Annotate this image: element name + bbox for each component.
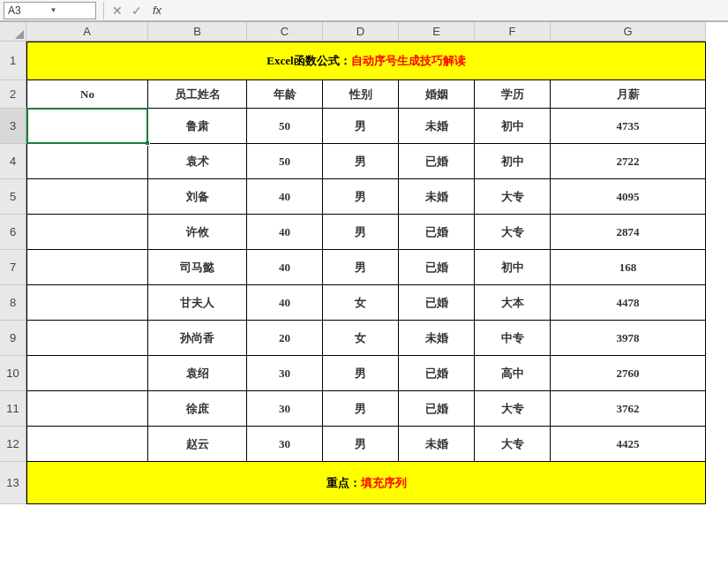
- cell-G9[interactable]: 3978: [551, 321, 706, 356]
- row-header-6[interactable]: 6: [0, 215, 26, 250]
- cell-D9[interactable]: 女: [323, 321, 399, 356]
- column-header-G[interactable]: G: [551, 22, 706, 42]
- column-header-B[interactable]: B: [148, 22, 247, 42]
- row-header-12[interactable]: 12: [0, 427, 26, 462]
- cell-E7[interactable]: 已婚: [399, 250, 475, 285]
- spreadsheet-grid[interactable]: ABCDEFG1Excel函数公式：自动序号生成技巧解读2No员工姓名年龄性别婚…: [0, 21, 728, 504]
- cell-F7[interactable]: 初中: [475, 250, 551, 285]
- cell-F5[interactable]: 大专: [475, 179, 551, 215]
- cell-D12[interactable]: 男: [323, 427, 399, 462]
- cell-D8[interactable]: 女: [323, 285, 399, 321]
- cell-A11[interactable]: [26, 391, 148, 427]
- cell-B7[interactable]: 司马懿: [148, 250, 247, 285]
- row-header-5[interactable]: 5: [0, 179, 26, 215]
- cell-F11[interactable]: 大专: [475, 391, 551, 427]
- cell-A5[interactable]: [26, 179, 148, 215]
- cell-E4[interactable]: 已婚: [399, 144, 475, 179]
- cell-C9[interactable]: 20: [247, 321, 323, 356]
- cell-F9[interactable]: 中专: [475, 321, 551, 356]
- formula-input[interactable]: [171, 2, 726, 19]
- cell-F10[interactable]: 高中: [475, 356, 551, 391]
- cell-C5[interactable]: 40: [247, 179, 323, 215]
- cell-D7[interactable]: 男: [323, 250, 399, 285]
- cell-C10[interactable]: 30: [247, 356, 323, 391]
- row-header-13[interactable]: 13: [0, 462, 26, 504]
- cell-E5[interactable]: 未婚: [399, 179, 475, 215]
- row-header-2[interactable]: 2: [0, 80, 26, 109]
- cell-F3[interactable]: 初中: [475, 109, 551, 144]
- cell-C8[interactable]: 40: [247, 285, 323, 321]
- cell-F8[interactable]: 大本: [475, 285, 551, 321]
- cell-A12[interactable]: [26, 427, 148, 462]
- cell-G4[interactable]: 2722: [551, 144, 706, 179]
- cell-G10[interactable]: 2760: [551, 356, 706, 391]
- cell-G12[interactable]: 4425: [551, 427, 706, 462]
- cell-D5[interactable]: 男: [323, 179, 399, 215]
- cell-G7[interactable]: 168: [551, 250, 706, 285]
- cell-C6[interactable]: 40: [247, 215, 323, 250]
- cell-C3[interactable]: 50: [247, 109, 323, 144]
- chevron-down-icon[interactable]: ▼: [50, 6, 93, 14]
- column-header-C[interactable]: C: [247, 22, 323, 42]
- cell-C4[interactable]: 50: [247, 144, 323, 179]
- cell-F6[interactable]: 大专: [475, 215, 551, 250]
- cell-D10[interactable]: 男: [323, 356, 399, 391]
- cell-E8[interactable]: 已婚: [399, 285, 475, 321]
- cell-G3[interactable]: 4735: [551, 109, 706, 144]
- column-header-A[interactable]: A: [26, 22, 148, 42]
- row-header-11[interactable]: 11: [0, 391, 26, 427]
- cell-A10[interactable]: [26, 356, 148, 391]
- row-header-3[interactable]: 3: [0, 109, 26, 144]
- cell-A9[interactable]: [26, 321, 148, 356]
- row-header-9[interactable]: 9: [0, 321, 26, 356]
- cell-E6[interactable]: 已婚: [399, 215, 475, 250]
- row-header-7[interactable]: 7: [0, 250, 26, 285]
- cell-B5[interactable]: 刘备: [148, 179, 247, 215]
- cell-C12[interactable]: 30: [247, 427, 323, 462]
- cell-F12[interactable]: 大专: [475, 427, 551, 462]
- cell-E3[interactable]: 未婚: [399, 109, 475, 144]
- cell-A4[interactable]: [26, 144, 148, 179]
- fill-handle[interactable]: [145, 140, 150, 146]
- cell-B10[interactable]: 袁绍: [148, 356, 247, 391]
- column-header-E[interactable]: E: [399, 22, 475, 42]
- cell-D6[interactable]: 男: [323, 215, 399, 250]
- select-all-button[interactable]: [0, 22, 26, 42]
- column-header-F[interactable]: F: [475, 22, 551, 42]
- insert-function-button[interactable]: fx: [146, 2, 166, 19]
- cell-G6[interactable]: 2874: [551, 215, 706, 250]
- footer-suffix: 填充序列: [361, 475, 407, 491]
- name-box[interactable]: A3 ▼: [4, 2, 96, 19]
- cell-F4[interactable]: 初中: [475, 144, 551, 179]
- cell-A3[interactable]: [26, 109, 148, 144]
- cell-D11[interactable]: 男: [323, 391, 399, 427]
- cell-D3[interactable]: 男: [323, 109, 399, 144]
- cell-D4[interactable]: 男: [323, 144, 399, 179]
- row-header-10[interactable]: 10: [0, 356, 26, 391]
- cell-B3[interactable]: 鲁肃: [148, 109, 247, 144]
- row-header-1[interactable]: 1: [0, 42, 26, 80]
- cell-G5[interactable]: 4095: [551, 179, 706, 215]
- cell-E10[interactable]: 已婚: [399, 356, 475, 391]
- cell-B8[interactable]: 甘夫人: [148, 285, 247, 321]
- cell-E11[interactable]: 已婚: [399, 391, 475, 427]
- cell-C7[interactable]: 40: [247, 250, 323, 285]
- cell-E12[interactable]: 未婚: [399, 427, 475, 462]
- cell-A8[interactable]: [26, 285, 148, 321]
- cell-G8[interactable]: 4478: [551, 285, 706, 321]
- cell-B9[interactable]: 孙尚香: [148, 321, 247, 356]
- cell-B12[interactable]: 赵云: [148, 427, 247, 462]
- cell-E9[interactable]: 未婚: [399, 321, 475, 356]
- cell-B11[interactable]: 徐庶: [148, 391, 247, 427]
- row-header-4[interactable]: 4: [0, 144, 26, 179]
- row-header-8[interactable]: 8: [0, 285, 26, 321]
- cell-C11[interactable]: 30: [247, 391, 323, 427]
- cell-B6[interactable]: 许攸: [148, 215, 247, 250]
- cell-A7[interactable]: [26, 250, 148, 285]
- cell-B4[interactable]: 袁术: [148, 144, 247, 179]
- cancel-formula-button[interactable]: ✕: [108, 2, 127, 19]
- cell-G11[interactable]: 3762: [551, 391, 706, 427]
- column-header-D[interactable]: D: [323, 22, 399, 42]
- cell-A6[interactable]: [26, 215, 148, 250]
- accept-formula-button[interactable]: ✓: [127, 2, 146, 19]
